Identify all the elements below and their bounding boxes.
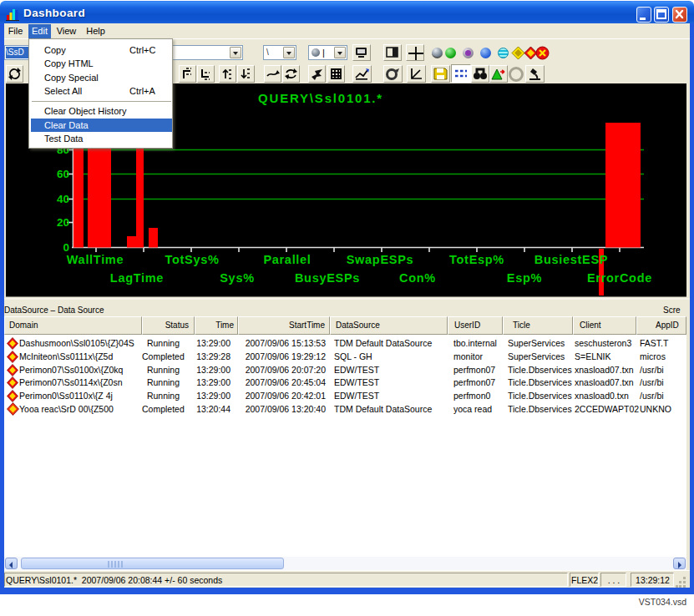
svg-text:20: 20 bbox=[57, 216, 69, 229]
svg-text:Sys%: Sys% bbox=[220, 271, 255, 285]
svg-text:0: 0 bbox=[63, 241, 69, 254]
svg-text:SwapESPs: SwapESPs bbox=[347, 253, 414, 266]
svg-text:Esp%: Esp% bbox=[507, 271, 542, 285]
svg-text:TotSys%: TotSys% bbox=[165, 253, 219, 266]
svg-text:Con%: Con% bbox=[399, 271, 436, 285]
svg-text:WallTime: WallTime bbox=[67, 253, 124, 266]
svg-text:QUERY\Ssl0101.*: QUERY\Ssl0101.* bbox=[258, 91, 383, 105]
svg-text:BusiestESP: BusiestESP bbox=[534, 253, 608, 266]
svg-text:TotEsp%: TotEsp% bbox=[449, 253, 504, 266]
svg-text:LagTime: LagTime bbox=[110, 271, 164, 285]
svg-text:40: 40 bbox=[57, 193, 69, 205]
svg-text:ErrorCode: ErrorCode bbox=[587, 271, 652, 285]
svg-text:BusyESPs: BusyESPs bbox=[295, 271, 360, 285]
svg-text:Parallel: Parallel bbox=[263, 253, 311, 266]
svg-text:60: 60 bbox=[57, 168, 69, 180]
